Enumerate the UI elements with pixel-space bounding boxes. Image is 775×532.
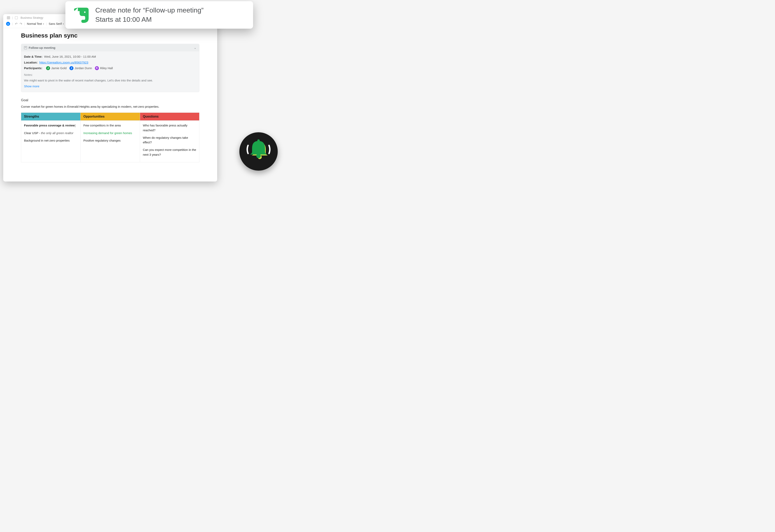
col-questions: Questions <box>140 113 199 121</box>
undo-button[interactable]: ↶ <box>15 22 18 26</box>
location-link[interactable]: https://zereatlors.zoom.us/85637923 <box>39 61 88 64</box>
notes-text: We might want to pivot in the wake of re… <box>24 78 197 83</box>
font-family-dropdown[interactable]: Sans Serif ▾ <box>49 22 64 25</box>
date-value: Wed, June 16, 2021, 10:00 - 11:00 AM <box>44 55 96 58</box>
participant[interactable]: J Jamie Gold <box>46 65 67 71</box>
swot-table: Strengths Opportunities Questions Favora… <box>21 113 200 162</box>
date-label: Date & Time: <box>24 55 42 58</box>
question-2: When do regulatory changes take effect? <box>143 135 197 145</box>
svg-point-2 <box>256 154 261 158</box>
chevron-down-icon[interactable]: ⌄ <box>194 46 197 49</box>
text-cursor <box>75 124 75 127</box>
notification-text: Create note for “Follow-up meeting” Star… <box>95 6 204 24</box>
question-3: Can you expect more competition in the n… <box>143 147 197 157</box>
notes-label: Notes: <box>24 72 197 78</box>
meeting-card: Follow-up meeting ⌄ Date & Time: Wed, Ju… <box>21 44 200 92</box>
strength-3: Background in net-zero properties <box>24 138 77 143</box>
insert-button[interactable]: + <box>6 22 10 26</box>
avatar: J <box>69 66 73 70</box>
svg-point-3 <box>257 139 260 142</box>
opportunity-3: Positive regulatory changes <box>83 138 137 143</box>
notification-line1: Create note for “Follow-up meeting” <box>95 6 204 15</box>
chevron-down-icon: ▾ <box>63 23 64 25</box>
participant[interactable]: J Jordan Dunn <box>69 65 92 71</box>
cell-opportunities[interactable]: Few competitors in the area Increasing d… <box>80 121 140 162</box>
participants-label: Participants: <box>24 65 42 71</box>
participant-name: Riley Hall <box>100 65 113 71</box>
participant-name: Jordan Dunn <box>75 65 92 71</box>
meeting-title: Follow-up meeting <box>29 46 55 49</box>
editor-window: | Business Strategy + | ↶ ↷ | Normal Tex… <box>3 14 217 182</box>
col-strengths: Strengths <box>21 113 80 121</box>
page-title[interactable]: Business plan sync <box>21 32 200 39</box>
evernote-icon <box>73 6 90 24</box>
cell-questions[interactable]: Who has favorable press actually reached… <box>140 121 199 162</box>
divider: | <box>46 22 47 25</box>
paragraph-style-dropdown[interactable]: Normal Text ▾ <box>27 22 44 25</box>
notification-line2: Starts at 10:00 AM <box>95 15 204 24</box>
participant[interactable]: R Riley Hall <box>95 65 113 71</box>
svg-point-0 <box>84 11 85 13</box>
strength-2-ital: the only all green realtor <box>41 131 73 135</box>
meeting-card-body: Date & Time: Wed, June 16, 2021, 10:00 -… <box>21 51 199 89</box>
reminder-bell-badge[interactable] <box>239 132 278 171</box>
chevron-down-icon: ▾ <box>43 23 44 25</box>
question-1: Who has favorable press actually reached… <box>143 123 197 132</box>
divider: | <box>24 22 25 25</box>
font-family-label: Sans Serif <box>49 22 62 25</box>
notification-card[interactable]: Create note for “Follow-up meeting” Star… <box>65 1 253 29</box>
expand-sidebar-icon[interactable] <box>7 16 10 19</box>
avatar: J <box>46 66 50 70</box>
show-more-link[interactable]: Show more <box>24 83 197 89</box>
redo-button[interactable]: ↷ <box>20 22 22 26</box>
strength-2-prefix: Clear USP - <box>24 131 41 135</box>
cell-strengths[interactable]: Favorable press coverage & review Clear … <box>21 121 80 162</box>
table-row: Favorable press coverage & review Clear … <box>21 121 200 162</box>
meeting-card-header[interactable]: Follow-up meeting ⌄ <box>21 44 199 51</box>
goal-text[interactable]: Corner market for green homes in Emerald… <box>21 104 200 109</box>
goal-heading: Goal <box>21 98 200 102</box>
calendar-icon <box>24 46 27 49</box>
paragraph-style-label: Normal Text <box>27 22 42 25</box>
participant-name: Jamie Gold <box>51 65 67 71</box>
divider: | <box>12 16 13 19</box>
notebook-name[interactable]: Business Strategy <box>21 16 43 19</box>
bell-icon <box>247 139 271 164</box>
divider: | <box>12 22 13 25</box>
col-opportunities: Opportunities <box>80 113 140 121</box>
opportunity-2: Increasing demand for green homes <box>83 131 137 135</box>
avatar: R <box>95 66 99 70</box>
notebook-icon <box>15 16 18 19</box>
strength-1: Favorable press coverage & review <box>24 124 75 127</box>
opportunity-1: Few competitors in the area <box>83 123 137 128</box>
location-label: Location: <box>24 61 38 64</box>
note-content: Business plan sync Follow-up meeting ⌄ D… <box>3 28 217 168</box>
